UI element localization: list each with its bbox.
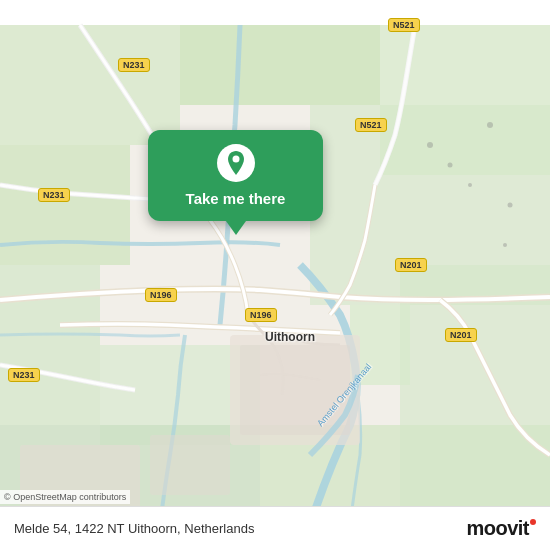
- road-label-n521-mid: N521: [355, 118, 387, 132]
- svg-point-21: [503, 243, 507, 247]
- road-label-n231-left: N231: [38, 188, 70, 202]
- bottom-bar: Melde 54, 1422 NT Uithoorn, Netherlands …: [0, 506, 550, 550]
- road-label-n201-bot: N201: [445, 328, 477, 342]
- moovit-logo-text: moovit: [466, 517, 536, 540]
- road-label-n521-top: N521: [388, 18, 420, 32]
- svg-rect-2: [180, 25, 380, 105]
- moovit-dot: [530, 519, 536, 525]
- svg-rect-6: [0, 265, 100, 425]
- popup-tail: [226, 221, 246, 235]
- location-pin-icon: [217, 144, 255, 182]
- svg-point-16: [427, 142, 433, 148]
- svg-rect-4: [0, 145, 130, 265]
- moovit-logo: moovit: [466, 517, 536, 540]
- road-label-n231-top: N231: [118, 58, 150, 72]
- map-svg: [0, 0, 550, 550]
- popup-bubble[interactable]: Take me there: [148, 130, 323, 221]
- svg-point-17: [448, 163, 453, 168]
- svg-rect-10: [400, 265, 550, 525]
- osm-attribution: © OpenStreetMap contributors: [0, 490, 130, 504]
- svg-point-22: [232, 156, 239, 163]
- osm-attribution-text: © OpenStreetMap contributors: [4, 492, 126, 502]
- road-label-n196-left: N196: [145, 288, 177, 302]
- svg-point-20: [508, 203, 513, 208]
- road-label-n201-right: N201: [395, 258, 427, 272]
- road-label-n231-bot: N231: [8, 368, 40, 382]
- address-text: Melde 54, 1422 NT Uithoorn, Netherlands: [14, 521, 254, 536]
- popup[interactable]: Take me there: [148, 130, 323, 235]
- svg-point-18: [468, 183, 472, 187]
- svg-rect-15: [150, 435, 230, 495]
- svg-point-19: [487, 122, 493, 128]
- svg-rect-14: [20, 445, 140, 515]
- svg-rect-13: [240, 345, 350, 435]
- map-container: N521 N521 N231 N231 N231 N201 N201 N196 …: [0, 0, 550, 550]
- road-label-n196-mid: N196: [245, 308, 277, 322]
- popup-label: Take me there: [186, 190, 286, 207]
- city-label-uithoorn: Uithoorn: [265, 330, 315, 344]
